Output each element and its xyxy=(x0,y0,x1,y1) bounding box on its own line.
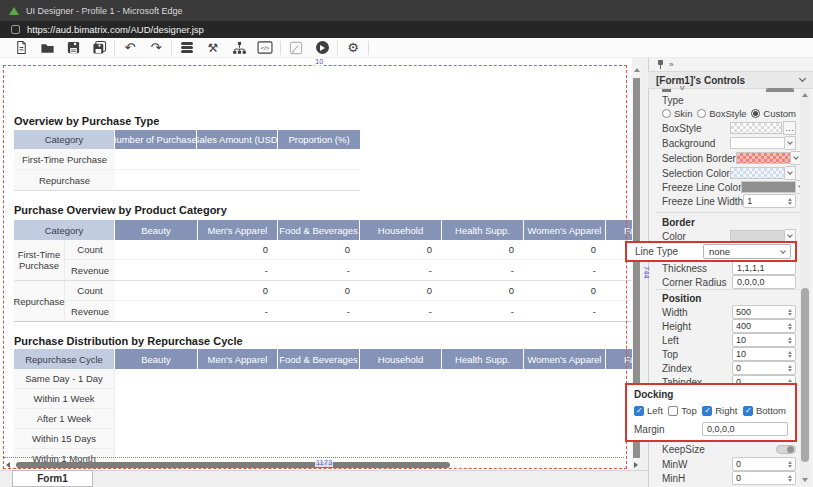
spinner-icon[interactable] xyxy=(788,351,792,358)
freeze-line-color-swatch[interactable] xyxy=(741,181,796,193)
sitemap-icon xyxy=(232,41,247,55)
run-button[interactable] xyxy=(309,39,335,57)
panel-header[interactable]: [Form1]'s Controls xyxy=(648,71,813,89)
window-title: UI Designer - Profile 1 - Microsoft Edge xyxy=(26,6,183,16)
canvas-horizontal-scrollbar-thumb[interactable] xyxy=(16,462,450,468)
checkbox-checked-icon xyxy=(702,406,712,416)
spinner-icon[interactable] xyxy=(788,323,792,330)
chevron-down-icon[interactable] xyxy=(799,75,806,82)
table2-title: Purchase Overview by Product Category xyxy=(14,204,227,216)
thickness-input[interactable]: 1,1,1,1 xyxy=(732,261,796,275)
selection-border-label: Selection Border xyxy=(662,153,736,164)
table2-header: Fas xyxy=(606,220,632,240)
spinner-icon[interactable] xyxy=(788,365,792,372)
top-input[interactable]: 10 xyxy=(732,347,796,361)
code-view-button[interactable]: </> xyxy=(252,39,278,57)
pin-icon[interactable] xyxy=(658,60,663,69)
build-tools-button[interactable]: ⚒ xyxy=(200,39,226,57)
top-offset-label: 10 xyxy=(314,57,324,66)
width-input[interactable]: 500 xyxy=(732,305,796,319)
undo-button[interactable]: ↶ xyxy=(117,39,143,57)
zindex-input[interactable]: 0 xyxy=(732,361,796,375)
database-button[interactable] xyxy=(174,39,200,57)
selection-color-swatch[interactable] xyxy=(730,167,785,179)
row-label: Within 1 Week xyxy=(14,389,115,409)
background-dropdown-button[interactable] xyxy=(785,136,796,150)
spinner-icon[interactable] xyxy=(788,475,792,482)
table2-header-row: Category Beauty Men's Apparel Food & Bev… xyxy=(14,220,632,240)
cell: 0 xyxy=(198,240,278,260)
table2-group-repurchase: Repurchase Count 0 0 0 0 0 Revenue - - xyxy=(14,281,632,322)
row-label: First-Time Purchase xyxy=(14,149,115,170)
scroll-right-arrow-icon[interactable] xyxy=(634,462,638,468)
radio-boxstyle[interactable]: BoxStyle xyxy=(697,108,747,119)
height-guide-label: 744 xyxy=(642,266,651,279)
panel-scroll-down-icon[interactable] xyxy=(802,478,808,482)
keepsize-toggle[interactable] xyxy=(776,445,796,454)
selection-color-dropdown-button[interactable] xyxy=(785,166,796,180)
margin-input[interactable]: 0,0,0,0 xyxy=(702,422,788,436)
minh-input[interactable]: 0 xyxy=(732,471,796,485)
clipped-row-fragment: y xyxy=(680,83,685,90)
sub-row-label: Count xyxy=(65,281,115,301)
toolbar-separator xyxy=(171,41,172,55)
minw-input[interactable]: 0 xyxy=(732,457,796,471)
width-guide-label: 1173 xyxy=(315,458,333,467)
save-all-button[interactable] xyxy=(86,39,112,57)
dock-top-option[interactable]: Top xyxy=(668,405,696,416)
save-all-icon xyxy=(92,40,107,55)
border-section-title: Border xyxy=(662,217,695,228)
background-swatch[interactable] xyxy=(730,137,785,149)
left-input[interactable]: 10 xyxy=(732,333,796,347)
settings-button[interactable]: ⚙ xyxy=(340,39,366,57)
new-file-button[interactable] xyxy=(8,39,34,57)
cell: 0 xyxy=(442,281,524,301)
type-label: Type xyxy=(662,95,684,106)
redo-button[interactable]: ↷ xyxy=(143,39,169,57)
boxstyle-swatch[interactable] xyxy=(730,122,782,134)
table-overview-by-purchase-type[interactable]: Category Number of Purchases Sales Amoun… xyxy=(14,130,360,191)
radio-custom[interactable]: Custom xyxy=(751,108,796,119)
dock-right-option[interactable]: Right xyxy=(702,405,737,416)
save-button[interactable] xyxy=(60,39,86,57)
top-label: Top xyxy=(662,349,678,360)
open-folder-button[interactable] xyxy=(34,39,60,57)
selection-border-row: Selection Border xyxy=(662,151,796,165)
sitemap-button[interactable] xyxy=(226,39,252,57)
line-type-dropdown[interactable]: none xyxy=(703,244,791,259)
dock-bottom-option[interactable]: Bottom xyxy=(743,405,786,416)
boxstyle-more-button[interactable]: … xyxy=(783,121,796,135)
spinner-icon[interactable] xyxy=(788,198,792,205)
table-purchase-overview-by-product-category[interactable]: Category Beauty Men's Apparel Food & Bev… xyxy=(14,220,632,322)
redo-icon: ↷ xyxy=(151,41,162,55)
cell: 0 xyxy=(360,281,442,301)
url-text[interactable]: https://aud.bimatrix.com/AUD/designer.js… xyxy=(27,24,204,35)
freeze-line-color-label: Freeze Line Color xyxy=(662,182,741,193)
selection-border-swatch[interactable] xyxy=(736,152,791,164)
spinner-icon[interactable] xyxy=(788,461,792,468)
input-value: 0 xyxy=(736,459,741,469)
panel-scroll-up-icon[interactable] xyxy=(802,93,808,97)
table-purchase-distribution-by-repurchase-cycle[interactable]: Repurchase Cycle Beauty Men's Apparel Fo… xyxy=(14,349,632,469)
checkbox-label: Top xyxy=(681,405,696,416)
edit-button[interactable] xyxy=(283,39,309,57)
panel-scrollbar-thumb[interactable] xyxy=(801,288,809,462)
tab-form1[interactable]: Form1 xyxy=(12,470,93,487)
height-input[interactable]: 400 xyxy=(732,319,796,333)
corner-radius-input[interactable]: 0,0,0,0 xyxy=(732,275,796,289)
collapse-chevrons-icon[interactable]: » xyxy=(669,61,673,69)
cell: - xyxy=(524,260,606,280)
freeze-line-width-input[interactable]: 1 xyxy=(743,194,796,208)
checkbox-unchecked-icon xyxy=(668,406,678,416)
spinner-icon[interactable] xyxy=(788,309,792,316)
table1-header: Sales Amount (USD) xyxy=(197,130,278,149)
design-canvas[interactable]: Overview by Purchase Type Category Numbe… xyxy=(0,58,632,470)
table3-header: Household xyxy=(360,349,442,369)
spinner-icon[interactable] xyxy=(788,337,792,344)
browser-url-bar[interactable]: https://aud.bimatrix.com/AUD/designer.js… xyxy=(0,21,813,38)
radio-skin[interactable]: Skin xyxy=(662,108,692,119)
dock-left-option[interactable]: Left xyxy=(634,405,663,416)
table2-group-first-time: First-Time Purchase Count 0 0 0 0 0 Reve… xyxy=(14,240,632,281)
scroll-left-arrow-icon[interactable] xyxy=(6,462,10,468)
scroll-up-arrow-icon[interactable] xyxy=(634,68,640,72)
